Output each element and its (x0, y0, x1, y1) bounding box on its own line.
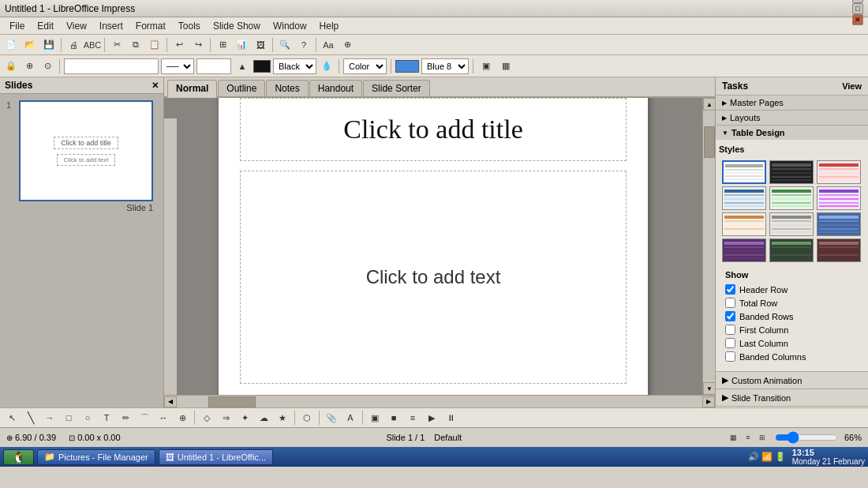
table-design-header[interactable]: ▼ Table Design (716, 126, 868, 140)
slide-transition-section[interactable]: ▶ Slide Transition (716, 389, 868, 407)
scroll-right-button[interactable]: ▶ (702, 396, 715, 407)
master-pages-header[interactable]: ▶ Master Pages (716, 96, 868, 110)
style-item-1[interactable] (722, 160, 766, 184)
new-button[interactable]: 📄 (2, 36, 20, 54)
zoom-slider[interactable] (775, 431, 838, 444)
scroll-down-button[interactable]: ▼ (703, 382, 715, 395)
style-item-7[interactable] (722, 212, 766, 236)
slide-title-area[interactable]: Click to add title (240, 98, 627, 161)
banded-rows-checkbox[interactable] (725, 311, 735, 321)
style-item-5[interactable] (769, 186, 814, 210)
style-item-2[interactable] (769, 160, 814, 184)
dropper-icon[interactable]: 💧 (319, 58, 335, 74)
scroll-left-button[interactable]: ◀ (164, 396, 177, 407)
style-item-6[interactable] (817, 186, 861, 210)
slide-thumbnail-1[interactable]: Click to add title Click to add text (19, 100, 153, 201)
insert-from-file[interactable]: 📎 (323, 409, 340, 426)
menu-window[interactable]: Window (267, 19, 313, 33)
open-button[interactable]: 📂 (21, 36, 39, 54)
taskbar-filemanager[interactable]: 📁 Pictures - File Manager (37, 449, 155, 465)
rectangle-tool[interactable]: □ (60, 409, 77, 426)
draw-tool-3[interactable]: → (41, 409, 58, 426)
last-column-check[interactable]: Last Column (725, 336, 859, 350)
h-scroll-thumb[interactable] (208, 396, 256, 407)
stars-tool[interactable]: ★ (274, 409, 291, 426)
line-width-up[interactable]: ▲ (234, 58, 251, 75)
menu-insert[interactable]: Insert (93, 19, 129, 33)
style-item-10[interactable] (722, 238, 766, 262)
menu-format[interactable]: Format (129, 19, 172, 33)
scroll-up-button[interactable]: ▲ (703, 98, 715, 111)
draw-tool-extra2[interactable]: ■ (385, 409, 402, 426)
flowchart-tool[interactable]: ✦ (236, 409, 253, 426)
menu-help[interactable]: Help (313, 19, 346, 33)
ellipse-tool[interactable]: ○ (79, 409, 96, 426)
fill-color-select[interactable]: Blue 8 (421, 58, 469, 74)
outline-view-btn[interactable]: ≡ (742, 431, 754, 444)
banded-columns-checkbox[interactable] (725, 351, 735, 362)
start-button[interactable]: 🐧 (3, 449, 34, 465)
last-column-checkbox[interactable] (725, 338, 735, 348)
shadow-settings[interactable]: ▦ (497, 58, 514, 75)
tab-normal[interactable]: Normal (167, 80, 217, 98)
draw-tool-extra3[interactable]: ≡ (404, 409, 421, 426)
header-row-checkbox[interactable] (725, 284, 735, 295)
select-tool[interactable]: ↖ (3, 409, 21, 426)
print-button[interactable]: 🖨 (65, 36, 82, 54)
table-button[interactable]: ⊞ (214, 36, 231, 54)
menu-tools[interactable]: Tools (172, 19, 207, 33)
chart-button[interactable]: 📊 (233, 36, 250, 54)
draw-tool-extra5[interactable]: ⏸ (442, 409, 459, 426)
tab-handout[interactable]: Handout (309, 80, 362, 96)
lines-tool[interactable]: ↔ (155, 409, 172, 426)
style-item-9[interactable] (817, 212, 861, 236)
style-item-12[interactable] (817, 238, 861, 262)
scroll-thumb[interactable] (704, 126, 715, 158)
find-button[interactable]: 🔍 (276, 36, 294, 54)
draw-tool-2[interactable]: ╲ (22, 409, 39, 426)
minimize-button[interactable]: ─ (852, 0, 863, 3)
zoom-button[interactable]: ⊕ (339, 36, 356, 54)
line-style-input[interactable] (64, 58, 159, 74)
style-item-4[interactable] (722, 186, 766, 210)
cut-button[interactable]: ✂ (108, 36, 125, 54)
slide-canvas[interactable]: Click to add title Click to add text (219, 98, 648, 395)
slide-content-area[interactable]: Click to add text (240, 171, 627, 384)
close-button[interactable]: ✕ (852, 14, 863, 25)
right-panel-view[interactable]: View (842, 81, 862, 91)
paste-button[interactable]: 📋 (146, 36, 163, 54)
maximize-button[interactable]: □ (852, 3, 863, 14)
style-item-11[interactable] (769, 238, 814, 262)
line-dropdown[interactable]: ── (161, 58, 194, 74)
connector-tool[interactable]: ⌒ (136, 409, 153, 426)
fill-type-select[interactable]: Color (343, 58, 387, 74)
draw-tool-extra4[interactable]: ▶ (423, 409, 440, 426)
redo-button[interactable]: ↪ (189, 36, 207, 54)
line-width-input[interactable]: 0.00" (196, 58, 231, 74)
symbol-shapes-tool[interactable]: ◇ (198, 409, 215, 426)
undo-button[interactable]: ↩ (170, 36, 188, 54)
help-button[interactable]: ? (295, 36, 312, 54)
total-row-check[interactable]: Total Row (725, 296, 859, 310)
image-button[interactable]: 🖼 (252, 36, 269, 54)
3d-tool[interactable]: ⬡ (298, 409, 316, 426)
banded-columns-check[interactable]: Banded Columns (725, 350, 859, 363)
header-row-check[interactable]: Header Row (725, 283, 859, 296)
curve-tool[interactable]: ✏ (117, 409, 134, 426)
slides-panel-close[interactable]: ✕ (152, 81, 159, 91)
block-arrows-tool[interactable]: ⇒ (217, 409, 234, 426)
color-select[interactable]: Black (273, 58, 316, 74)
custom-animation-section[interactable]: ▶ Custom Animation (716, 372, 868, 389)
layouts-header[interactable]: ▶ Layouts (716, 111, 868, 125)
spell-button[interactable]: ABC (84, 36, 101, 54)
fontwork-tool[interactable]: A (342, 409, 359, 426)
style-item-8[interactable] (769, 212, 814, 236)
menu-view[interactable]: View (60, 19, 93, 33)
taskbar-libreoffice[interactable]: 🖼 Untitled 1 - LibreOffic... (159, 449, 273, 465)
copy-button[interactable]: ⧉ (127, 36, 144, 54)
tab-outline[interactable]: Outline (218, 80, 265, 96)
basic-shapes-tool[interactable]: ⊕ (174, 409, 191, 426)
tab-notes[interactable]: Notes (266, 80, 308, 96)
slides-content[interactable]: 1 Click to add title Click to add text S… (0, 94, 163, 407)
tab-slide-sorter[interactable]: Slide Sorter (363, 80, 430, 96)
